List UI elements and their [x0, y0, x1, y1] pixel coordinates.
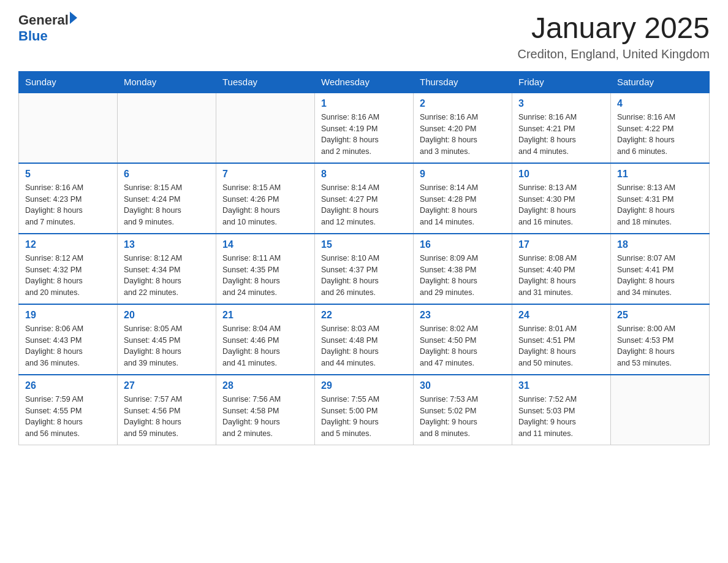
- day-info: Sunrise: 8:13 AMSunset: 4:31 PMDaylight:…: [617, 182, 703, 228]
- day-number: 25: [617, 310, 703, 321]
- day-number: 26: [25, 380, 111, 391]
- day-number: 6: [124, 169, 210, 180]
- logo-blue-text: Blue: [18, 28, 77, 44]
- day-number: 27: [124, 380, 210, 391]
- day-number: 20: [124, 310, 210, 321]
- day-info: Sunrise: 7:57 AMSunset: 4:56 PMDaylight:…: [124, 394, 210, 440]
- day-info: Sunrise: 8:16 AMSunset: 4:21 PMDaylight:…: [518, 112, 604, 158]
- calendar-header-monday: Monday: [118, 71, 216, 93]
- calendar-cell: 26Sunrise: 7:59 AMSunset: 4:55 PMDayligh…: [19, 375, 118, 445]
- calendar-cell: 18Sunrise: 8:07 AMSunset: 4:41 PMDayligh…: [611, 234, 710, 304]
- day-number: 28: [222, 380, 308, 391]
- location-text: Crediton, England, United Kingdom: [517, 47, 710, 61]
- calendar-cell: 17Sunrise: 8:08 AMSunset: 4:40 PMDayligh…: [512, 234, 611, 304]
- day-info: Sunrise: 7:55 AMSunset: 5:00 PMDaylight:…: [321, 394, 407, 440]
- day-number: 13: [124, 239, 210, 250]
- day-info: Sunrise: 8:15 AMSunset: 4:26 PMDaylight:…: [222, 182, 308, 228]
- calendar-cell: 15Sunrise: 8:10 AMSunset: 4:37 PMDayligh…: [315, 234, 414, 304]
- day-info: Sunrise: 8:14 AMSunset: 4:28 PMDaylight:…: [420, 182, 506, 228]
- day-info: Sunrise: 8:16 AMSunset: 4:23 PMDaylight:…: [25, 182, 111, 228]
- calendar-cell: [118, 93, 216, 163]
- day-number: 4: [617, 98, 703, 109]
- logo-general-text: General: [18, 12, 69, 28]
- calendar-cell: 6Sunrise: 8:15 AMSunset: 4:24 PMDaylight…: [118, 163, 216, 234]
- week-row-1: 1Sunrise: 8:16 AMSunset: 4:19 PMDaylight…: [19, 93, 710, 163]
- calendar-cell: 4Sunrise: 8:16 AMSunset: 4:22 PMDaylight…: [611, 93, 710, 163]
- calendar-cell: 23Sunrise: 8:02 AMSunset: 4:50 PMDayligh…: [414, 304, 512, 375]
- week-row-3: 12Sunrise: 8:12 AMSunset: 4:32 PMDayligh…: [19, 234, 710, 304]
- month-title: January 2025: [517, 12, 710, 45]
- day-info: Sunrise: 8:16 AMSunset: 4:22 PMDaylight:…: [617, 112, 703, 158]
- day-info: Sunrise: 7:53 AMSunset: 5:02 PMDaylight:…: [420, 394, 506, 440]
- calendar-cell: 31Sunrise: 7:52 AMSunset: 5:03 PMDayligh…: [512, 375, 611, 445]
- page-header: General Blue January 2025 Crediton, Engl…: [18, 12, 710, 61]
- day-info: Sunrise: 8:15 AMSunset: 4:24 PMDaylight:…: [124, 182, 210, 228]
- day-info: Sunrise: 8:00 AMSunset: 4:53 PMDaylight:…: [617, 323, 703, 369]
- calendar-cell: 8Sunrise: 8:14 AMSunset: 4:27 PMDaylight…: [315, 163, 414, 234]
- calendar-cell: [216, 93, 315, 163]
- day-number: 9: [420, 169, 506, 180]
- day-info: Sunrise: 8:04 AMSunset: 4:46 PMDaylight:…: [222, 323, 308, 369]
- calendar-cell: 20Sunrise: 8:05 AMSunset: 4:45 PMDayligh…: [118, 304, 216, 375]
- week-row-2: 5Sunrise: 8:16 AMSunset: 4:23 PMDaylight…: [19, 163, 710, 234]
- day-number: 3: [518, 98, 604, 109]
- calendar-cell: 28Sunrise: 7:56 AMSunset: 4:58 PMDayligh…: [216, 375, 315, 445]
- calendar-cell: 29Sunrise: 7:55 AMSunset: 5:00 PMDayligh…: [315, 375, 414, 445]
- calendar-table: SundayMondayTuesdayWednesdayThursdayFrid…: [18, 71, 710, 445]
- day-info: Sunrise: 8:12 AMSunset: 4:32 PMDaylight:…: [25, 253, 111, 299]
- week-row-5: 26Sunrise: 7:59 AMSunset: 4:55 PMDayligh…: [19, 375, 710, 445]
- title-section: January 2025 Crediton, England, United K…: [517, 12, 710, 61]
- calendar-cell: 11Sunrise: 8:13 AMSunset: 4:31 PMDayligh…: [611, 163, 710, 234]
- calendar-header-row: SundayMondayTuesdayWednesdayThursdayFrid…: [19, 71, 710, 93]
- day-number: 19: [25, 310, 111, 321]
- calendar-cell: 25Sunrise: 8:00 AMSunset: 4:53 PMDayligh…: [611, 304, 710, 375]
- logo: General Blue: [18, 12, 77, 44]
- day-info: Sunrise: 8:09 AMSunset: 4:38 PMDaylight:…: [420, 253, 506, 299]
- day-number: 10: [518, 169, 604, 180]
- calendar-header-sunday: Sunday: [19, 71, 118, 93]
- day-info: Sunrise: 8:12 AMSunset: 4:34 PMDaylight:…: [124, 253, 210, 299]
- day-info: Sunrise: 8:13 AMSunset: 4:30 PMDaylight:…: [518, 182, 604, 228]
- calendar-cell: 10Sunrise: 8:13 AMSunset: 4:30 PMDayligh…: [512, 163, 611, 234]
- day-info: Sunrise: 7:59 AMSunset: 4:55 PMDaylight:…: [25, 394, 111, 440]
- calendar-cell: 30Sunrise: 7:53 AMSunset: 5:02 PMDayligh…: [414, 375, 512, 445]
- calendar-cell: 16Sunrise: 8:09 AMSunset: 4:38 PMDayligh…: [414, 234, 512, 304]
- day-info: Sunrise: 8:05 AMSunset: 4:45 PMDaylight:…: [124, 323, 210, 369]
- calendar-cell: 5Sunrise: 8:16 AMSunset: 4:23 PMDaylight…: [19, 163, 118, 234]
- calendar-cell: [611, 375, 710, 445]
- calendar-cell: 1Sunrise: 8:16 AMSunset: 4:19 PMDaylight…: [315, 93, 414, 163]
- day-number: 15: [321, 239, 407, 250]
- day-info: Sunrise: 8:02 AMSunset: 4:50 PMDaylight:…: [420, 323, 506, 369]
- calendar-cell: 9Sunrise: 8:14 AMSunset: 4:28 PMDaylight…: [414, 163, 512, 234]
- week-row-4: 19Sunrise: 8:06 AMSunset: 4:43 PMDayligh…: [19, 304, 710, 375]
- day-number: 8: [321, 169, 407, 180]
- day-number: 29: [321, 380, 407, 391]
- logo-arrow-icon: [70, 12, 77, 24]
- day-info: Sunrise: 8:08 AMSunset: 4:40 PMDaylight:…: [518, 253, 604, 299]
- day-info: Sunrise: 8:06 AMSunset: 4:43 PMDaylight:…: [25, 323, 111, 369]
- day-info: Sunrise: 8:14 AMSunset: 4:27 PMDaylight:…: [321, 182, 407, 228]
- day-info: Sunrise: 8:16 AMSunset: 4:19 PMDaylight:…: [321, 112, 407, 158]
- calendar-header-wednesday: Wednesday: [315, 71, 414, 93]
- day-info: Sunrise: 8:01 AMSunset: 4:51 PMDaylight:…: [518, 323, 604, 369]
- calendar-cell: 7Sunrise: 8:15 AMSunset: 4:26 PMDaylight…: [216, 163, 315, 234]
- day-number: 16: [420, 239, 506, 250]
- day-number: 22: [321, 310, 407, 321]
- day-number: 12: [25, 239, 111, 250]
- day-number: 5: [25, 169, 111, 180]
- day-number: 18: [617, 239, 703, 250]
- day-number: 11: [617, 169, 703, 180]
- calendar-cell: [19, 93, 118, 163]
- calendar-cell: 12Sunrise: 8:12 AMSunset: 4:32 PMDayligh…: [19, 234, 118, 304]
- day-info: Sunrise: 8:11 AMSunset: 4:35 PMDaylight:…: [222, 253, 308, 299]
- calendar-cell: 2Sunrise: 8:16 AMSunset: 4:20 PMDaylight…: [414, 93, 512, 163]
- calendar-cell: 24Sunrise: 8:01 AMSunset: 4:51 PMDayligh…: [512, 304, 611, 375]
- day-info: Sunrise: 8:03 AMSunset: 4:48 PMDaylight:…: [321, 323, 407, 369]
- calendar-header-thursday: Thursday: [414, 71, 512, 93]
- calendar-header-tuesday: Tuesday: [216, 71, 315, 93]
- day-number: 30: [420, 380, 506, 391]
- day-number: 31: [518, 380, 604, 391]
- calendar-cell: 14Sunrise: 8:11 AMSunset: 4:35 PMDayligh…: [216, 234, 315, 304]
- calendar-cell: 27Sunrise: 7:57 AMSunset: 4:56 PMDayligh…: [118, 375, 216, 445]
- day-number: 14: [222, 239, 308, 250]
